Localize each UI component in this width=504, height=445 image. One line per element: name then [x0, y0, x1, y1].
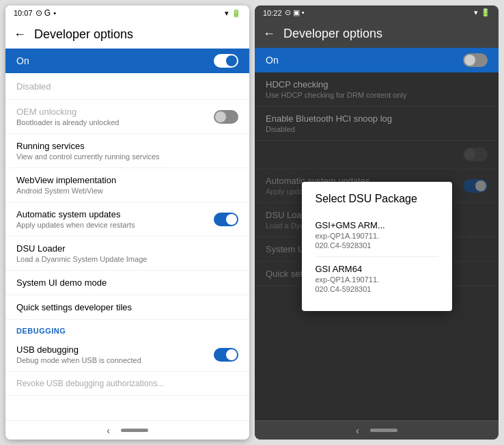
- webview-title: WebView implementation: [16, 175, 238, 185]
- dialog-option-2[interactable]: GSI ARM64 exp-QP1A.190711. 020.C4-592830…: [316, 257, 438, 300]
- dialog-overlay[interactable]: Select DSU Package GSI+GMS ARM... exp-QP…: [255, 72, 499, 420]
- header-right: ← Developer options: [255, 20, 499, 48]
- debugging-section: DEBUGGING: [5, 320, 249, 338]
- on-bar-right: On: [255, 48, 499, 72]
- on-toggle-left[interactable]: [214, 54, 238, 68]
- dialog-title: Select DSU Package: [316, 193, 438, 205]
- battery-icon-left: 🔋: [232, 9, 241, 18]
- time-right: 10:22: [263, 9, 282, 17]
- wifi-icon-left: ▾: [225, 9, 229, 18]
- dialog-option-1-title: GSI+GMS ARM...: [316, 220, 438, 230]
- status-right-left: ▾ 🔋: [225, 9, 241, 18]
- dialog-option-2-subtitle: exp-QP1A.190711.: [316, 275, 438, 284]
- auto-updates-subtitle: Apply updates when device restarts: [16, 221, 135, 229]
- revoke-usb-item[interactable]: Revoke USB debugging authorizations...: [5, 372, 249, 396]
- status-left-right: 10:22 ⊙ ▣ •: [263, 8, 305, 17]
- oem-subtitle: Bootloader is already unlocked: [16, 118, 119, 126]
- right-phone-wrapper: 10:22 ⊙ ▣ • ▾ 🔋 ← Developer options On H…: [255, 5, 499, 440]
- dialog-option-1-subtitle2: 020.C4-5928301: [316, 241, 438, 250]
- dialog-option-2-title: GSI ARM64: [316, 264, 438, 274]
- webview-item[interactable]: WebView implementation Android System We…: [5, 168, 249, 202]
- home-nav-left[interactable]: [121, 429, 148, 432]
- dsu-loader-item[interactable]: DSU Loader Load a Dyanmic System Update …: [5, 237, 249, 271]
- dialog-option-1[interactable]: GSI+GMS ARM... exp-QP1A.190711. 020.C4-5…: [316, 213, 438, 257]
- oem-unlocking-item[interactable]: OEM unlocking Bootloader is already unlo…: [5, 100, 249, 134]
- revoke-usb-title: Revoke USB debugging authorizations...: [16, 379, 238, 388]
- usb-debugging-knob: [226, 349, 237, 360]
- on-toggle-right[interactable]: [463, 53, 488, 67]
- disabled-item: Disabled: [5, 73, 249, 100]
- disabled-title: Disabled: [16, 81, 51, 92]
- back-nav-left[interactable]: ‹: [107, 425, 110, 436]
- auto-updates-item[interactable]: Automatic system updates Apply updates w…: [5, 202, 249, 237]
- usb-debugging-title: USB debugging: [16, 345, 141, 355]
- page-title-right: Developer options: [283, 27, 382, 41]
- dot-left: •: [53, 9, 56, 17]
- battery-icon-right: 🔋: [481, 8, 490, 17]
- running-services-subtitle: View and control currently running servi…: [16, 152, 238, 161]
- auto-updates-title: Automatic system updates: [16, 209, 135, 219]
- usb-debugging-subtitle: Debug mode when USB is connected: [16, 356, 141, 364]
- oem-row: OEM unlocking Bootloader is already unlo…: [16, 107, 238, 126]
- toggle-knob-left: [226, 55, 237, 66]
- icons-right: ⊙ ▣ •: [285, 8, 305, 17]
- auto-updates-toggle[interactable]: [214, 213, 238, 226]
- bottom-bar-right: ‹: [255, 420, 499, 440]
- bottom-bar-left: ‹: [5, 420, 249, 440]
- on-label-left: On: [16, 55, 29, 66]
- on-label-right: On: [266, 55, 279, 66]
- quick-settings-title: Quick settings developer tiles: [16, 302, 238, 312]
- dsu-loader-title: DSU Loader: [16, 243, 238, 254]
- right-phone: 10:22 ⊙ ▣ • ▾ 🔋 ← Developer options On H…: [255, 5, 499, 440]
- oem-toggle[interactable]: [214, 110, 238, 124]
- auto-updates-knob: [226, 214, 237, 225]
- time-left: 10:07: [14, 9, 33, 17]
- status-left: 10:07 ⊙ G •: [14, 8, 56, 18]
- running-services-title: Running services: [16, 141, 238, 151]
- back-button-right[interactable]: ←: [263, 27, 275, 41]
- content-right: HDCP checking Use HDCP checking for DRM …: [255, 72, 499, 420]
- oem-title: OEM unlocking: [16, 107, 119, 117]
- left-phone: 10:07 ⊙ G • ▾ 🔋 ← Developer options On D…: [5, 5, 249, 440]
- content-left: Disabled OEM unlocking Bootloader is alr…: [5, 73, 249, 420]
- home-nav-right[interactable]: [370, 429, 397, 432]
- webview-subtitle: Android System WebView: [16, 187, 238, 195]
- back-nav-right[interactable]: ‹: [356, 425, 359, 436]
- oem-text: OEM unlocking Bootloader is already unlo…: [16, 107, 119, 126]
- back-button-left[interactable]: ←: [14, 27, 26, 42]
- status-right-right: ▾ 🔋: [474, 8, 490, 17]
- dsu-loader-subtitle: Load a Dyanmic System Update Image: [16, 255, 238, 263]
- usb-debugging-item[interactable]: USB debugging Debug mode when USB is con…: [5, 338, 249, 372]
- oem-toggle-knob: [215, 111, 226, 122]
- dialog-option-2-subtitle2: 020.C4-5928301: [316, 285, 438, 293]
- auto-updates-row: Automatic system updates Apply updates w…: [16, 209, 238, 229]
- header-left: ← Developer options: [5, 21, 249, 49]
- select-dsu-dialog: Select DSU Package GSI+GMS ARM... exp-QP…: [302, 182, 452, 311]
- quick-settings-item[interactable]: Quick settings developer tiles: [5, 295, 249, 320]
- dialog-option-1-subtitle: exp-QP1A.190711.: [316, 232, 438, 240]
- running-services-item[interactable]: Running services View and control curren…: [5, 134, 249, 168]
- usb-debugging-row: USB debugging Debug mode when USB is con…: [16, 345, 238, 364]
- wifi-icon-right: ▾: [474, 8, 478, 17]
- status-bar-left: 10:07 ⊙ G • ▾ 🔋: [5, 5, 249, 21]
- auto-updates-text: Automatic system updates Apply updates w…: [16, 209, 135, 229]
- usb-debugging-text: USB debugging Debug mode when USB is con…: [16, 345, 141, 364]
- toggle-knob-right: [464, 55, 475, 66]
- google-icon: ⊙ G: [36, 8, 51, 18]
- status-bar-right: 10:22 ⊙ ▣ • ▾ 🔋: [255, 5, 499, 20]
- usb-debugging-toggle[interactable]: [214, 348, 238, 362]
- system-ui-demo-item[interactable]: System UI demo mode: [5, 271, 249, 295]
- on-bar-left: On: [5, 49, 249, 73]
- page-title-left: Developer options: [34, 27, 133, 42]
- system-ui-demo-title: System UI demo mode: [16, 278, 238, 288]
